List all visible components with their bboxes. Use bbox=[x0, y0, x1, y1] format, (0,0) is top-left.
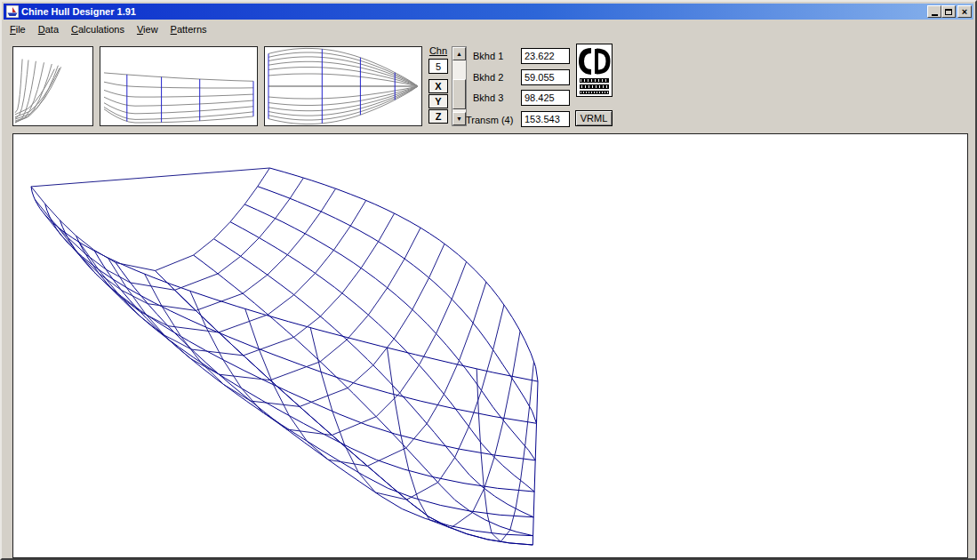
scrollbar-up-button[interactable]: ▲ bbox=[452, 47, 466, 60]
maximize-button[interactable] bbox=[941, 5, 956, 18]
menubar: File Data Calculations View Patterns bbox=[4, 20, 973, 38]
titlebar: Chine Hull Designer 1.91 × bbox=[4, 4, 973, 20]
plan-wireframe bbox=[265, 47, 421, 125]
bkhd2-input[interactable] bbox=[521, 69, 570, 85]
hull-wireframe bbox=[13, 134, 967, 557]
close-icon: × bbox=[962, 7, 967, 16]
menu-item-view[interactable]: View bbox=[131, 22, 164, 36]
vrml-button[interactable]: VRML bbox=[575, 110, 613, 126]
app-icon bbox=[6, 5, 19, 18]
preview-body-view[interactable] bbox=[12, 46, 93, 126]
app-window: Chine Hull Designer 1.91 × File Data Cal… bbox=[0, 0, 977, 560]
minimize-icon bbox=[932, 14, 938, 16]
maximize-icon bbox=[945, 9, 952, 15]
scrollbar-down-button[interactable]: ▼ bbox=[452, 112, 466, 125]
bkhd2-label: Bkhd 2 bbox=[473, 72, 503, 83]
bkhd3-label: Bkhd 3 bbox=[473, 92, 503, 103]
chn-scrollbar: ▲ ▼ bbox=[452, 46, 467, 126]
main-view[interactable] bbox=[12, 133, 968, 558]
close-button[interactable]: × bbox=[957, 5, 972, 18]
menu-item-file[interactable]: File bbox=[4, 22, 32, 36]
bkhd3-input[interactable] bbox=[521, 90, 570, 106]
bkhd1-input[interactable] bbox=[521, 48, 570, 64]
up-arrow-icon: ▲ bbox=[456, 51, 462, 57]
menu-item-data[interactable]: Data bbox=[32, 22, 65, 36]
chn-label: Chn bbox=[427, 45, 450, 56]
axis-z-button[interactable]: Z bbox=[428, 109, 448, 124]
bkhd1-label: Bkhd 1 bbox=[473, 51, 503, 61]
axis-x-button[interactable]: X bbox=[428, 79, 448, 93]
minimize-button[interactable] bbox=[927, 5, 941, 18]
profile-wireframe bbox=[100, 47, 257, 125]
transm-input[interactable] bbox=[521, 111, 570, 127]
down-arrow-icon: ▼ bbox=[456, 116, 462, 122]
cd-logo bbox=[576, 44, 613, 97]
menu-item-patterns[interactable]: Patterns bbox=[164, 22, 213, 36]
chn-count-input[interactable] bbox=[428, 59, 448, 74]
transm-label: Transm (4) bbox=[466, 115, 513, 125]
body-plan-wireframe bbox=[13, 47, 92, 125]
preview-plan-view[interactable] bbox=[264, 46, 422, 126]
axis-y-button[interactable]: Y bbox=[428, 94, 448, 108]
window-title: Chine Hull Designer 1.91 bbox=[21, 6, 927, 17]
window-controls: × bbox=[927, 5, 972, 18]
scrollbar-thumb[interactable] bbox=[452, 79, 466, 109]
menu-item-calculations[interactable]: Calculations bbox=[65, 22, 131, 36]
preview-profile-view[interactable] bbox=[100, 46, 258, 126]
